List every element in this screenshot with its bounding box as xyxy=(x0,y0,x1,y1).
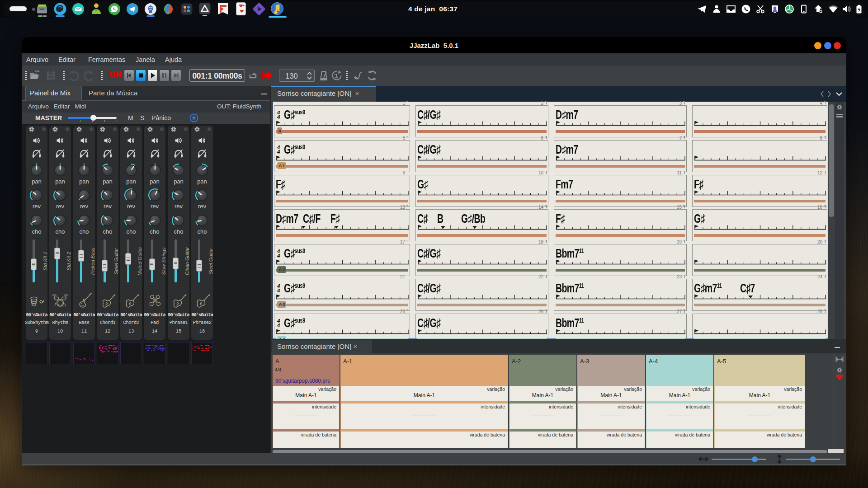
svg-text:1: 1 xyxy=(335,73,338,79)
